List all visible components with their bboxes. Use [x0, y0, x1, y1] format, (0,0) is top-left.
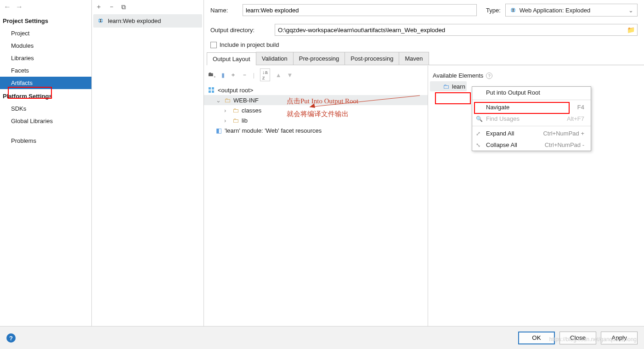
web-app-icon [509, 6, 517, 14]
group-platform-settings: Platform Settings [0, 89, 91, 102]
group-project-settings: Project Settings [0, 14, 91, 27]
copy-icon[interactable]: ⧉ [121, 3, 126, 11]
available-elements-panel: Available Elements ? 🗀 learn Put into Ou… [428, 66, 644, 349]
sidebar-item-libraries[interactable]: Libraries [0, 52, 91, 64]
help-button[interactable]: ? [6, 333, 16, 343]
sidebar-item-global-libraries[interactable]: Global Libraries [0, 115, 91, 127]
webinf-label: WEB-INF [233, 97, 259, 104]
new-archive-icon[interactable]: ▮ [221, 72, 225, 79]
menu-put-into-output-root[interactable]: Put into Output Root [472, 87, 591, 98]
output-root-label: <output root> [218, 87, 253, 94]
tab-postprocessing[interactable]: Post-processing [345, 52, 399, 65]
include-build-label: Include in project build [220, 41, 279, 48]
sidebar-item-sdks[interactable]: SDKs [0, 102, 91, 115]
svg-rect-4 [209, 90, 211, 93]
type-value: Web Application: Exploded [520, 7, 590, 14]
menu-collapse-all[interactable]: ⤡ Collapse All Ctrl+NumPad - [472, 139, 591, 151]
dialog-footer: OK Close Apply [0, 326, 644, 349]
artifact-tabs: Output Layout Validation Pre-processing … [207, 52, 644, 65]
artifact-editor: Name: Type: Web Application: Exploded ⌄ … [204, 0, 644, 349]
browse-folder-icon[interactable]: 📁 [627, 26, 635, 34]
tab-validation[interactable]: Validation [256, 52, 294, 65]
artifact-name: learn:Web exploded [108, 17, 161, 24]
collapse-icon: ⤡ [476, 142, 480, 148]
svg-rect-2 [209, 87, 211, 90]
name-label: Name: [210, 7, 238, 14]
annotation-line1: 点击Put Into Output Root [287, 97, 358, 106]
menu-expand-all[interactable]: ⤢ Expand All Ctrl+NumPad + [472, 128, 591, 139]
menu-separator [472, 100, 591, 100]
tab-output-layout[interactable]: Output Layout [207, 52, 256, 65]
artifact-list-panel: ＋ － ⧉ learn:Web exploded [92, 0, 204, 349]
shortcut: Ctrl+NumPad - [545, 141, 584, 148]
include-build-checkbox[interactable] [210, 42, 217, 48]
watermark: https://blog.csdn.net/ganquanzhong [549, 336, 637, 343]
output-dir-label: Output directory: [210, 27, 270, 34]
type-label: Type: [486, 7, 501, 14]
chevron-right-icon: › [224, 107, 230, 114]
lib-label: lib [242, 117, 248, 124]
output-root-icon [208, 86, 215, 94]
sidebar-item-problems[interactable]: Problems [0, 135, 91, 147]
add-copy-icon[interactable]: ＋ [230, 71, 236, 79]
back-arrow-icon[interactable]: ← [4, 3, 11, 11]
web-exploded-icon [97, 17, 104, 24]
sidebar-item-modules[interactable]: Modules [0, 39, 91, 52]
shortcut: F4 [577, 104, 584, 111]
move-down-icon[interactable]: ▼ [287, 72, 293, 79]
menu-navigate[interactable]: Navigate F4 [472, 101, 591, 113]
remove-element-icon[interactable]: － [242, 71, 248, 79]
tree-output-root[interactable]: <output root> [204, 85, 428, 95]
web-facet-icon: ◧ [216, 127, 222, 134]
tab-preprocessing[interactable]: Pre-processing [293, 52, 345, 65]
shortcut: Alt+F7 [567, 115, 584, 122]
forward-arrow-icon[interactable]: → [16, 3, 23, 11]
expand-icon: ⤢ [476, 130, 480, 137]
new-folder-icon[interactable]: 🖿+ [208, 71, 216, 79]
svg-rect-5 [212, 90, 214, 93]
annotation-line2: 就会将编译文件输出 [287, 110, 349, 118]
search-icon: 🔍 [476, 116, 483, 122]
artifact-type-dropdown[interactable]: Web Application: Exploded ⌄ [505, 4, 638, 17]
svg-rect-3 [212, 87, 214, 90]
folder-icon: 🗀 [232, 117, 239, 124]
sort-icon[interactable]: ↓az [260, 68, 270, 81]
menu-find-usages[interactable]: 🔍 Find Usages Alt+F7 [472, 113, 591, 124]
sidebar-item-facets[interactable]: Facets [0, 64, 91, 77]
shortcut: Ctrl+NumPad + [543, 130, 584, 137]
folder-icon: 🗀 [232, 107, 239, 114]
help-icon[interactable]: ? [486, 73, 492, 79]
available-item-label: learn [452, 83, 465, 90]
classes-label: classes [242, 107, 261, 114]
output-dir-input[interactable] [275, 24, 638, 36]
folder-icon: 🗀 [224, 96, 231, 104]
sidebar-item-project[interactable]: Project [0, 27, 91, 39]
module-folder-icon: 🗀 [443, 83, 449, 90]
chevron-right-icon: › [224, 117, 230, 124]
remove-icon[interactable]: － [108, 3, 115, 11]
sidebar-item-artifacts[interactable]: Artifacts [0, 77, 91, 89]
menu-separator [472, 126, 591, 126]
available-item-learn[interactable]: 🗀 learn [430, 81, 467, 91]
tree-module-facet[interactable]: ◧ 'learn' module: 'Web' facet resources [204, 125, 428, 135]
context-menu: Put into Output Root Navigate F4 🔍 Find … [472, 86, 591, 151]
move-up-icon[interactable]: ▲ [276, 72, 282, 79]
output-layout-panel: 🖿+ ▮ ＋ － | ↓az ▲ ▼ <output root> ⌄ [204, 66, 428, 349]
chevron-down-icon: ⌄ [216, 97, 221, 104]
add-icon[interactable]: ＋ [96, 3, 102, 11]
tab-maven[interactable]: Maven [399, 52, 429, 65]
module-label: 'learn' module: 'Web' facet resources [225, 127, 322, 134]
artifact-name-input[interactable] [243, 4, 477, 16]
chevron-down-icon: ⌄ [628, 7, 633, 14]
available-elements-title: Available Elements [433, 72, 483, 79]
settings-sidebar: ← → Project Settings Project Modules Lib… [0, 0, 92, 349]
artifact-list-item[interactable]: learn:Web exploded [93, 14, 202, 28]
